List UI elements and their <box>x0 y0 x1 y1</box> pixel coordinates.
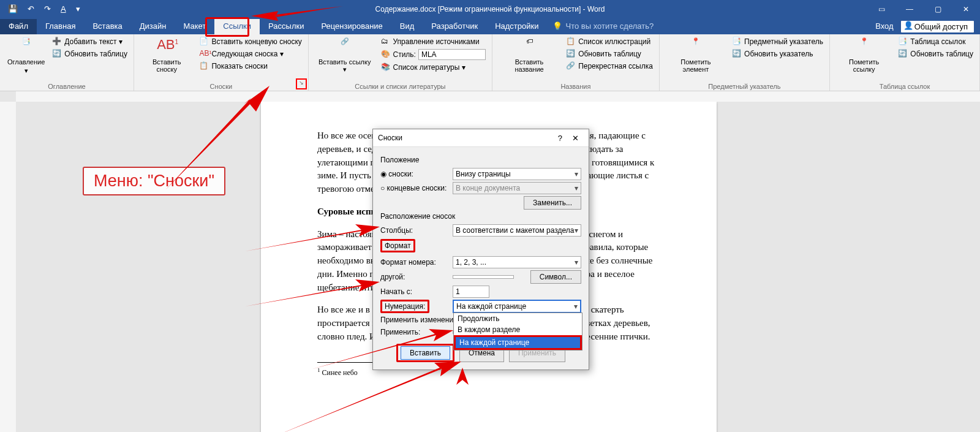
group-toc: 📑Оглавление▾ ➕Добавить текст ▾ 🔄Обновить… <box>0 34 134 91</box>
save-icon[interactable]: 💾 <box>5 3 21 15</box>
dialog-title: Сноски <box>378 134 553 142</box>
tab-developer[interactable]: Разработчик <box>423 19 486 34</box>
numbering-dropdown: Продолжить В каждом разделе На каждой ст… <box>453 313 582 351</box>
mark-citation-button[interactable]: 📍Пометить ссылку <box>835 36 893 81</box>
insert-index-button[interactable]: 📑Предметный указатель <box>731 36 824 47</box>
custom-mark-input[interactable] <box>453 275 514 279</box>
ribbon-collapse-icon[interactable]: ▭ <box>867 5 895 13</box>
show-notes-button[interactable]: 📋Показать сноски <box>198 61 303 72</box>
login-link[interactable]: Вход <box>875 21 893 34</box>
quick-access-toolbar: 💾 ↶ ↷ A ▾ <box>5 3 83 15</box>
insert-citation-button[interactable]: 🔗Вставить ссылку ▾ <box>314 36 376 81</box>
qat-more-icon[interactable]: ▾ <box>73 3 83 15</box>
minimize-icon[interactable]: — <box>895 5 924 13</box>
numbering-select[interactable]: На каждой странице <box>453 300 581 313</box>
font-color-icon[interactable]: A <box>58 3 69 15</box>
window-title: Содержание.docx [Режим ограниченной функ… <box>375 5 605 13</box>
tab-mailings[interactable]: Рассылки <box>260 19 312 34</box>
radio-endnotes[interactable]: ○ концевые сноски: <box>380 184 453 192</box>
highlight-tab <box>205 17 249 37</box>
tell-me[interactable]: 💡 Что вы хотите сделать? <box>552 21 654 34</box>
update-toc-button[interactable]: 🔄Обновить таблицу <box>51 48 129 59</box>
swap-button[interactable]: Заменить... <box>524 196 581 210</box>
style-dropdown[interactable]: 🎨Стиль: MLA <box>380 48 487 61</box>
ribbon-tabs: Файл Главная Вставка Дизайн Макет Ссылки… <box>0 18 980 34</box>
radio-footnotes[interactable]: ◉ сноски: <box>380 170 453 178</box>
dialog-close-icon[interactable]: ✕ <box>567 134 584 143</box>
group-index: 📍Пометить элемент 📑Предметный указатель … <box>660 34 830 91</box>
share-button[interactable]: Общий доступ <box>901 21 974 32</box>
footnote-location-select[interactable]: Внизу страницы <box>453 168 581 180</box>
dialog-titlebar[interactable]: Сноски ? ✕ <box>373 129 589 147</box>
start-at-input[interactable]: 1 <box>453 286 489 298</box>
number-format-label: Формат номера: <box>380 258 453 267</box>
apply-to-label: Применить: <box>380 328 453 336</box>
tab-view[interactable]: Вид <box>391 19 423 34</box>
callout-label: Меню: "Сноски" <box>83 167 225 195</box>
start-at-label: Начать с: <box>380 287 453 296</box>
symbol-button[interactable]: Символ... <box>530 270 581 284</box>
update-figures-button[interactable]: 🔄Обновить таблицу <box>565 48 654 59</box>
bibliography-button[interactable]: 📚Список литературы ▾ <box>380 62 487 73</box>
window-controls: ▭ — ▢ ✕ <box>867 5 980 13</box>
close-icon[interactable]: ✕ <box>952 5 980 13</box>
group-footnotes: AB1Вставить сноску 📄Вставить концевую сн… <box>134 34 309 91</box>
tab-insert[interactable]: Вставка <box>84 19 130 34</box>
dropdown-option[interactable]: Продолжить <box>454 313 582 324</box>
endnote-location-select: В конце документа <box>453 182 581 194</box>
section-position: Положение <box>380 156 581 164</box>
insert-authorities-button[interactable]: 📑Таблица ссылок <box>897 36 974 47</box>
group-title-citations: Ссылки и списки литературы <box>314 81 487 91</box>
tab-home[interactable]: Главная <box>37 19 84 34</box>
manage-sources-button[interactable]: 🗂Управление источниками <box>380 36 487 47</box>
section-layout: Расположение сносок <box>380 212 581 221</box>
columns-label: Столбцы: <box>380 226 453 235</box>
group-captions: 🏷Вставить название 📋Список иллюстраций 🔄… <box>492 34 660 91</box>
insert-footnote-button[interactable]: AB1Вставить сноску <box>139 36 194 81</box>
number-format-select[interactable]: 1, 2, 3, ... <box>453 256 581 268</box>
titlebar: 💾 ↶ ↷ A ▾ Содержание.docx [Режим огранич… <box>0 0 980 18</box>
tab-addins[interactable]: Надстройки <box>486 19 547 34</box>
ribbon: 📑Оглавление▾ ➕Добавить текст ▾ 🔄Обновить… <box>0 34 980 91</box>
group-title-authorities: Таблица ссылок <box>835 81 974 91</box>
tab-design[interactable]: Дизайн <box>131 19 175 34</box>
toc-button[interactable]: 📑Оглавление▾ <box>5 36 47 81</box>
columns-select[interactable]: В соответствии с макетом раздела <box>453 224 581 237</box>
update-authorities-button[interactable]: 🔄Обновить таблицу <box>897 48 974 59</box>
footnotes-launcher[interactable]: ↘ <box>296 78 307 89</box>
numbering-label: Нумерация: <box>380 300 453 313</box>
insert-button[interactable]: Вставить <box>401 346 450 360</box>
next-footnote-button[interactable]: AB¹Следующая сноска ▾ <box>198 48 303 59</box>
group-title-captions: Названия <box>497 81 654 91</box>
group-title-footnotes: Сноски <box>139 81 303 91</box>
group-title-index: Предметный указатель <box>665 81 824 91</box>
custom-mark-label: другой: <box>380 273 453 281</box>
list-figures-button[interactable]: 📋Список иллюстраций <box>565 36 654 47</box>
update-index-button[interactable]: 🔄Обновить указатель <box>731 48 824 59</box>
maximize-icon[interactable]: ▢ <box>924 5 952 13</box>
undo-icon[interactable]: ↶ <box>24 3 37 15</box>
group-title-toc: Оглавление <box>5 81 129 91</box>
cross-reference-button[interactable]: 🔗Перекрестная ссылка <box>565 61 654 72</box>
group-authorities: 📍Пометить ссылку 📑Таблица ссылок 🔄Обнови… <box>830 34 980 91</box>
dialog-help-icon[interactable]: ? <box>553 134 567 143</box>
insert-endnote-button[interactable]: 📄Вставить концевую сноску <box>198 36 303 47</box>
section-format: Формат <box>380 239 581 252</box>
dropdown-option[interactable]: В каждом разделе <box>454 324 582 335</box>
ruler-vertical <box>0 102 17 432</box>
dropdown-option-selected[interactable]: На каждой странице <box>454 335 582 350</box>
mark-entry-button[interactable]: 📍Пометить элемент <box>665 36 727 81</box>
redo-icon[interactable]: ↷ <box>41 3 54 15</box>
insert-caption-button[interactable]: 🏷Вставить название <box>497 36 561 81</box>
group-citations: 🔗Вставить ссылку ▾ 🗂Управление источника… <box>309 34 492 91</box>
add-text-button[interactable]: ➕Добавить текст ▾ <box>51 36 129 47</box>
tab-file[interactable]: Файл <box>0 19 37 34</box>
tab-review[interactable]: Рецензирование <box>312 19 391 34</box>
